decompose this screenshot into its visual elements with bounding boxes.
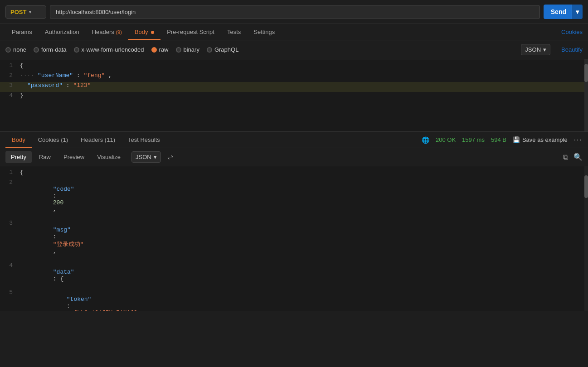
- resp-tab-cookies[interactable]: Cookies (1): [32, 132, 74, 148]
- body-type-formdata[interactable]: form-data: [34, 46, 67, 53]
- resp-tab-body[interactable]: Body: [5, 132, 32, 148]
- resp-tab-headers[interactable]: Headers (11): [74, 132, 121, 148]
- editor-scrollbar[interactable]: [584, 59, 588, 131]
- url-input[interactable]: [50, 5, 540, 19]
- send-button[interactable]: Send ▾: [544, 5, 583, 19]
- tab-settings[interactable]: Settings: [247, 24, 281, 40]
- radio-raw: [151, 47, 157, 53]
- response-tabs: Body Cookies (1) Headers (11) Test Resul…: [0, 132, 588, 148]
- tab-params[interactable]: Params: [5, 24, 39, 40]
- json-chevron-icon: ▾: [543, 46, 546, 53]
- response-scrollbar[interactable]: [584, 166, 588, 311]
- tab-prerequest[interactable]: Pre-request Script: [160, 24, 221, 40]
- view-raw[interactable]: Raw: [34, 151, 56, 163]
- tab-authorization[interactable]: Authorization: [39, 24, 86, 40]
- radio-binary: [176, 47, 181, 53]
- view-visualize[interactable]: Visualize: [92, 151, 126, 163]
- url-bar: POST ▾ Send ▾: [0, 0, 588, 24]
- more-options-icon[interactable]: ···: [574, 136, 583, 144]
- view-preview[interactable]: Preview: [58, 151, 90, 163]
- json-format-selector[interactable]: JSON ▾: [521, 44, 550, 55]
- method-selector[interactable]: POST ▾: [5, 5, 46, 19]
- response-body-area: 1 { 2 "code" : 200 , 3 "msg" : "登录成功" , …: [0, 166, 588, 311]
- response-view-bar: Pretty Raw Preview Visualize JSON ▾ ⇌ ⧉ …: [0, 148, 588, 166]
- token-value-line1: eyJhbGciOiJIUzI1NiJ9.: [67, 309, 141, 311]
- wrap-icon[interactable]: ⇌: [167, 153, 173, 161]
- radio-formdata: [34, 47, 39, 53]
- response-time: 1597 ms: [462, 136, 485, 143]
- search-response-icon[interactable]: 🔍: [573, 153, 583, 161]
- view-pretty[interactable]: Pretty: [5, 151, 32, 163]
- request-body-editor[interactable]: 1 { 2 ···· "userName" : "feng" , 3 "pass…: [0, 59, 588, 132]
- tab-tests[interactable]: Tests: [221, 24, 247, 40]
- response-size: 594 B: [491, 136, 506, 143]
- resp-line-2: 2 "code" : 200 ,: [0, 179, 588, 220]
- response-status-area: 🌐 200 OK 1597 ms 594 B 💾 Save as example…: [422, 136, 583, 144]
- response-scrollbar-thumb: [584, 175, 588, 198]
- radio-urlencoded: [74, 47, 79, 53]
- tab-body[interactable]: Body: [128, 24, 160, 40]
- resp-line-4: 4 "data" : {: [0, 262, 588, 289]
- globe-icon: 🌐: [422, 136, 429, 144]
- body-dot: [151, 31, 154, 34]
- req-line-2: 2 ···· "userName" : "feng" ,: [0, 72, 588, 82]
- cookies-link[interactable]: Cookies: [561, 24, 583, 40]
- save-icon: 💾: [513, 136, 520, 143]
- req-line-4: 4 }: [0, 92, 588, 102]
- send-dropdown-icon[interactable]: ▾: [572, 5, 583, 19]
- request-tabs: Params Authorization Headers (9) Body Pr…: [0, 24, 588, 40]
- req-line-3: 3 "password" : "123": [0, 82, 588, 92]
- tab-headers[interactable]: Headers (9): [86, 24, 128, 40]
- body-type-bar: none form-data x-www-form-urlencoded raw…: [0, 40, 588, 59]
- editor-scrollbar-thumb: [584, 64, 588, 82]
- body-type-raw[interactable]: raw: [151, 46, 169, 53]
- req-line-1: 1 {: [0, 62, 588, 72]
- send-label: Send: [551, 8, 566, 15]
- body-type-graphql[interactable]: GraphQL: [207, 46, 238, 53]
- response-format-chevron-icon: ▾: [154, 154, 157, 160]
- status-code: 200 OK: [436, 136, 456, 143]
- resp-line-3: 3 "msg" : "登录成功" ,: [0, 220, 588, 262]
- beautify-button[interactable]: Beautify: [561, 46, 583, 53]
- resp-tab-testresults[interactable]: Test Results: [121, 132, 166, 148]
- method-dropdown-icon: ▾: [29, 10, 31, 14]
- save-example-button[interactable]: 💾 Save as example: [513, 136, 568, 143]
- method-label: POST: [10, 9, 26, 15]
- resp-line-5: 5 "token" : eyJhbGciOiJIUzI1NiJ9.: [0, 289, 588, 311]
- body-type-none[interactable]: none: [5, 46, 26, 53]
- copy-icon[interactable]: ⧉: [563, 153, 568, 161]
- radio-graphql: [207, 47, 212, 53]
- headers-badge: (9): [116, 29, 121, 35]
- body-type-urlencoded[interactable]: x-www-form-urlencoded: [74, 46, 144, 53]
- response-format-selector[interactable]: JSON ▾: [131, 151, 161, 163]
- radio-none: [5, 47, 11, 53]
- body-type-binary[interactable]: binary: [176, 46, 199, 53]
- resp-line-1: 1 {: [0, 169, 588, 179]
